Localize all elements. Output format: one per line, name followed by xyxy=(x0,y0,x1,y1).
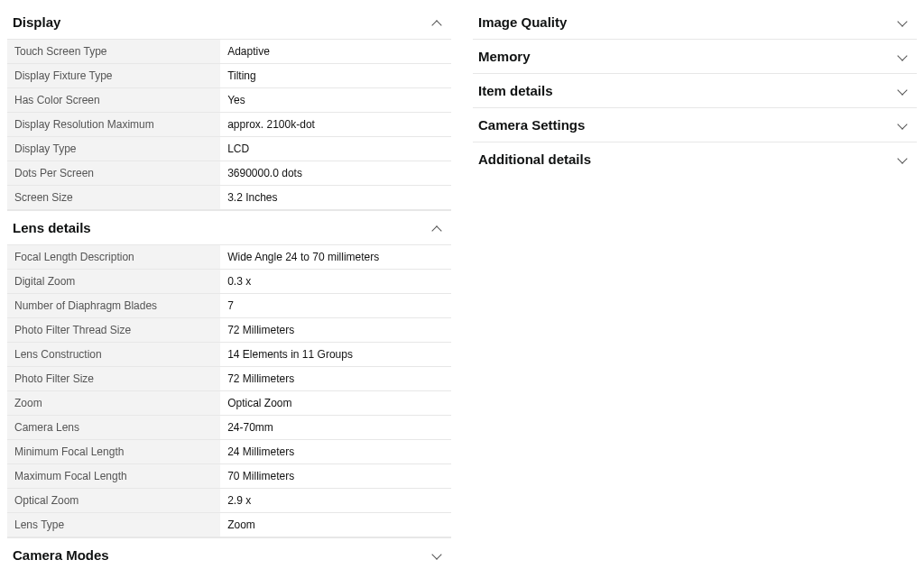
spec-value: 70 Millimeters xyxy=(220,464,451,489)
spec-row: Camera Lens24-70mm xyxy=(7,416,451,440)
section-body: Touch Screen TypeAdaptiveDisplay Fixture… xyxy=(7,39,451,210)
spec-label: Display Fixture Type xyxy=(7,64,220,88)
spec-label: Photo Filter Size xyxy=(7,367,220,391)
spec-row: Dots Per Screen3690000.0 dots xyxy=(7,161,451,186)
spec-row: Display Resolution Maximumapprox. 2100k-… xyxy=(7,113,451,137)
section-header-camera-settings[interactable]: Camera Settings xyxy=(473,108,917,142)
section-header-lens-details[interactable]: Lens details xyxy=(7,211,451,244)
spec-value: 7 xyxy=(220,294,451,318)
spec-section-memory: Memory xyxy=(473,39,917,73)
section-header-display[interactable]: Display xyxy=(7,5,451,39)
section-title: Display xyxy=(13,14,60,30)
section-header-memory[interactable]: Memory xyxy=(473,40,917,73)
spec-label: Maximum Focal Length xyxy=(7,464,220,489)
spec-value: Tilting xyxy=(220,64,451,88)
spec-row: Touch Screen TypeAdaptive xyxy=(7,40,451,64)
chevron-down-icon xyxy=(431,549,444,562)
spec-columns: DisplayTouch Screen TypeAdaptiveDisplay … xyxy=(7,5,917,569)
section-title: Additional details xyxy=(478,151,591,167)
spec-column-left: DisplayTouch Screen TypeAdaptiveDisplay … xyxy=(7,5,451,569)
chevron-down-icon xyxy=(897,119,910,132)
spec-row: Number of Diaphragm Blades7 xyxy=(7,294,451,318)
spec-row: Focal Length DescriptionWide Angle 24 to… xyxy=(7,245,451,270)
spec-section-camera-modes: Camera Modes xyxy=(7,537,451,569)
chevron-up-icon xyxy=(431,222,444,234)
section-header-camera-modes[interactable]: Camera Modes xyxy=(7,538,451,569)
spec-label: Has Color Screen xyxy=(7,88,220,113)
section-header-item-details[interactable]: Item details xyxy=(473,74,917,107)
spec-row: Display TypeLCD xyxy=(7,137,451,161)
chevron-down-icon xyxy=(897,50,910,63)
spec-label: Focal Length Description xyxy=(7,245,220,270)
spec-value: 0.3 x xyxy=(220,270,451,294)
chevron-up-icon xyxy=(431,16,444,29)
spec-table: Touch Screen TypeAdaptiveDisplay Fixture… xyxy=(7,40,451,210)
spec-row: Has Color ScreenYes xyxy=(7,88,451,113)
spec-section-display: DisplayTouch Screen TypeAdaptiveDisplay … xyxy=(7,5,451,210)
section-title: Camera Modes xyxy=(13,547,109,563)
spec-table: Focal Length DescriptionWide Angle 24 to… xyxy=(7,245,451,537)
spec-section-additional-details: Additional details xyxy=(473,142,917,176)
spec-column-right: Image QualityMemoryItem detailsCamera Se… xyxy=(473,5,917,569)
spec-row: Photo Filter Thread Size72 Millimeters xyxy=(7,318,451,343)
section-title: Memory xyxy=(478,49,531,64)
spec-label: Dots Per Screen xyxy=(7,161,220,186)
spec-section-item-details: Item details xyxy=(473,73,917,107)
spec-row: Lens Construction14 Elements in 11 Group… xyxy=(7,343,451,367)
spec-row: Lens TypeZoom xyxy=(7,513,451,537)
spec-label: Optical Zoom xyxy=(7,489,220,513)
spec-value: Wide Angle 24 to 70 millimeters xyxy=(220,245,451,270)
spec-value: Yes xyxy=(220,88,451,113)
spec-label: Display Type xyxy=(7,137,220,161)
spec-label: Lens Construction xyxy=(7,343,220,367)
spec-section-camera-settings: Camera Settings xyxy=(473,107,917,142)
spec-section-image-quality: Image Quality xyxy=(473,5,917,39)
spec-value: 24 Millimeters xyxy=(220,440,451,464)
spec-value: 2.9 x xyxy=(220,489,451,513)
spec-value: 14 Elements in 11 Groups xyxy=(220,343,451,367)
spec-label: Screen Size xyxy=(7,186,220,210)
spec-label: Minimum Focal Length xyxy=(7,440,220,464)
section-header-additional-details[interactable]: Additional details xyxy=(473,142,917,176)
spec-row: Photo Filter Size72 Millimeters xyxy=(7,367,451,391)
spec-value: 72 Millimeters xyxy=(220,318,451,343)
spec-row: Digital Zoom0.3 x xyxy=(7,270,451,294)
spec-value: Optical Zoom xyxy=(220,391,451,416)
section-title: Lens details xyxy=(13,220,91,235)
spec-label: Touch Screen Type xyxy=(7,40,220,64)
spec-value: Zoom xyxy=(220,513,451,537)
section-body: Focal Length DescriptionWide Angle 24 to… xyxy=(7,244,451,537)
spec-value: LCD xyxy=(220,137,451,161)
section-header-image-quality[interactable]: Image Quality xyxy=(473,5,917,39)
spec-value: Adaptive xyxy=(220,40,451,64)
spec-row: Minimum Focal Length24 Millimeters xyxy=(7,440,451,464)
spec-section-lens-details: Lens detailsFocal Length DescriptionWide… xyxy=(7,210,451,537)
chevron-down-icon xyxy=(897,153,910,166)
spec-label: Number of Diaphragm Blades xyxy=(7,294,220,318)
spec-label: Display Resolution Maximum xyxy=(7,113,220,137)
spec-row: Maximum Focal Length70 Millimeters xyxy=(7,464,451,489)
spec-label: Digital Zoom xyxy=(7,270,220,294)
spec-label: Lens Type xyxy=(7,513,220,537)
section-title: Item details xyxy=(478,83,553,98)
spec-value: 3690000.0 dots xyxy=(220,161,451,186)
spec-value: 72 Millimeters xyxy=(220,367,451,391)
spec-label: Photo Filter Thread Size xyxy=(7,318,220,343)
chevron-down-icon xyxy=(897,85,910,97)
spec-label: Camera Lens xyxy=(7,416,220,440)
spec-row: Screen Size3.2 Inches xyxy=(7,186,451,210)
spec-value: 24-70mm xyxy=(220,416,451,440)
spec-label: Zoom xyxy=(7,391,220,416)
spec-value: approx. 2100k-dot xyxy=(220,113,451,137)
spec-value: 3.2 Inches xyxy=(220,186,451,210)
spec-row: Optical Zoom2.9 x xyxy=(7,489,451,513)
spec-row: Display Fixture TypeTilting xyxy=(7,64,451,88)
section-title: Image Quality xyxy=(478,14,567,30)
chevron-down-icon xyxy=(897,16,910,29)
section-title: Camera Settings xyxy=(478,117,585,133)
spec-row: ZoomOptical Zoom xyxy=(7,391,451,416)
